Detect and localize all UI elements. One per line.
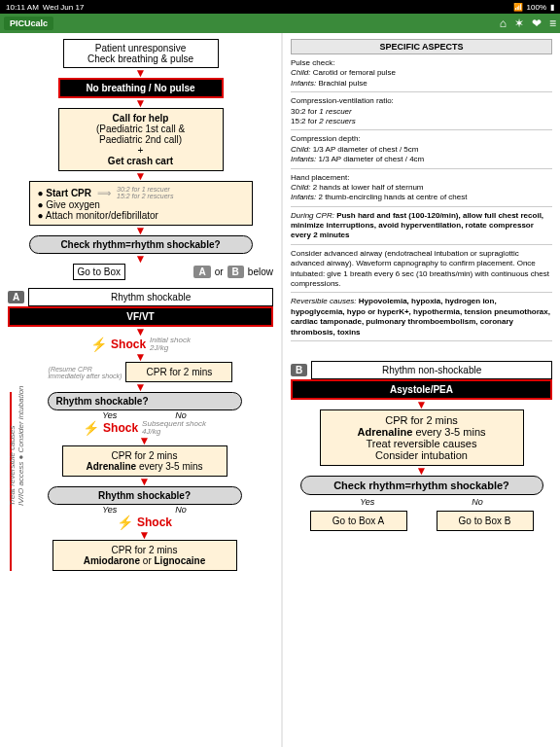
right-column: SPECIFIC ASPECTS Pulse check:Child: Caro… (283, 33, 560, 747)
b-check-rhythm: Check rhythm=rhythm shockable? (300, 476, 543, 495)
amiodarone: Amiodarone (84, 555, 140, 566)
shock-label-3: Shock (137, 516, 172, 529)
step-cpr: ● Start CPR ⟹ 30:2 for 1 rescuer 15:2 fo… (29, 181, 253, 226)
shock-label: Shock (111, 338, 146, 351)
below-label: below (248, 267, 273, 277)
cpr-amiodarone: CPR for 2 mins Amiodarone or Lignocaine (52, 540, 237, 571)
status-date: Wed Jun 17 (43, 3, 85, 12)
cpr-adrenaline: CPR for 2 mins Adrenaline every 3-5 mins (62, 445, 228, 477)
adr-timing: every 3-5 mins (136, 461, 202, 472)
step-call-help: Call for help (Paediatric 1st call & Pae… (58, 108, 224, 171)
bolt-icon: ⚡ (117, 515, 133, 530)
pulse-check: Pulse check: (291, 58, 334, 67)
arrow-down-icon: ▼ (8, 353, 273, 361)
bolt-icon: ⚡ (90, 337, 107, 352)
cpr2-label: CPR for 2 mins (112, 450, 178, 461)
no-2: No (175, 505, 187, 515)
bolt-icon: ⚡ (83, 420, 99, 436)
heart-icon[interactable]: ❤ (532, 17, 542, 30)
attach-monitor: Attach monitor/defibrillator (46, 210, 158, 221)
resume-note: (Resume CPR immediately after shock) (49, 366, 122, 379)
rhythm-shockable-2: Rhythm shockable? (48, 486, 242, 505)
box-a-title: Rhythm shockable (28, 288, 273, 306)
arrow-down-icon: ▼ (8, 383, 273, 391)
cpr-ratio: 30:2 for 1 rescuer 15:2 for 2 rescuers (117, 186, 173, 199)
b-reversible: Treat reversible causes (367, 438, 477, 449)
step-no-breathing: No breathing / No pulse (58, 78, 224, 98)
cpr-2min: CPR for 2 mins (125, 362, 232, 382)
arrow-down-icon: ▼ (8, 255, 273, 263)
cpr2-label-3: CPR for 2 mins (112, 545, 178, 555)
rhythm-shockable-1: Rhythm shockable? (48, 392, 242, 410)
adrenaline: Adrenaline (86, 461, 136, 472)
b-adrenaline: Adrenaline (357, 426, 412, 438)
during-cpr: During CPR: (291, 211, 334, 220)
rs-label: Rhythm shockable? (56, 396, 149, 407)
goto-box-a: Go to Box A (310, 511, 407, 531)
battery-icon: ▮ (550, 3, 554, 12)
box-a-tag: A (8, 291, 24, 303)
reversible: Reversible causes: (291, 297, 357, 305)
b-cpr2: CPR for 2 mins (385, 414, 458, 426)
arrow-down-icon: ▼ (8, 69, 273, 77)
home-icon[interactable]: ⌂ (500, 17, 507, 30)
yes-2: Yes (102, 505, 117, 515)
lignocaine: Lignocaine (155, 555, 206, 566)
crash-cart: Get crash cart (108, 156, 173, 166)
arrow-down-icon: ▼ (16, 531, 273, 539)
call-help-title: Call for help (113, 113, 169, 124)
or-label: or (215, 267, 224, 277)
main-content: Patient unresponsive Check breathing & p… (0, 33, 560, 747)
yes-1: Yes (102, 410, 117, 420)
wifi-icon: 📶 (513, 3, 523, 12)
arrow-down-icon: ▼ (16, 437, 273, 445)
arrow-down-icon: ▼ (8, 172, 273, 180)
arrow-down-icon: ▼ (8, 328, 273, 336)
asystole-pea: Asystole/PEA (291, 379, 552, 400)
give-oxygen: Give oxygen (46, 199, 100, 210)
status-time: 10:11 AM (6, 3, 39, 12)
tag-a: A (193, 266, 210, 278)
shock-label-2: Shock (103, 421, 138, 435)
comp-depth: Compression depth: (291, 134, 361, 143)
step-unresponsive: Patient unresponsive Check breathing & p… (63, 39, 219, 68)
b-intubation: Consider intubation (375, 449, 468, 461)
arrow-down-icon: ▼ (291, 401, 552, 409)
status-bar: 10:11 AMWed Jun 17 📶100%▮ (0, 0, 560, 14)
box-b-steps: CPR for 2 mins Adrenaline every 3-5 mins… (320, 409, 524, 466)
app-badge[interactable]: PICUcalc (4, 17, 53, 30)
hand-placement: Hand placement: (291, 173, 349, 182)
app-toolbar: PICUcalc ⌂ ✶ ❤ ≡ (0, 14, 560, 33)
arrow-down-icon: ▼ (291, 467, 552, 475)
flowchart-left: Patient unresponsive Check breathing & p… (0, 33, 281, 747)
advanced-airway: Consider advanced airway (endotracheal i… (291, 249, 552, 294)
battery-pct: 100% (527, 3, 546, 12)
subsequent-note: Subsequent shock 4J/kg (142, 420, 206, 436)
aspects-panel: Pulse check:Child: Carotid or femoral pu… (291, 58, 552, 341)
goto-box-b: Go to Box B (437, 511, 534, 531)
or-drug: or (140, 555, 154, 566)
start-cpr: Start CPR (46, 188, 91, 198)
goto-row: Go to Box A or B below (8, 264, 273, 280)
b-adr-timing: every 3-5 mins (412, 426, 485, 438)
goto-label: Go to Box (73, 264, 125, 280)
arrow-down-icon: ▼ (16, 478, 273, 485)
vf-vt: VF/VT (8, 306, 273, 327)
box-b-title: Rhythm non-shockable (311, 361, 552, 379)
arrow-down-icon: ▼ (8, 99, 273, 107)
box-b-section: B Rhythm non-shockable Asystole/PEA ▼ CP… (291, 361, 552, 531)
tag-b: B (228, 266, 244, 278)
b-yes: Yes (360, 497, 374, 507)
cv-ratio: Compression-ventilation ratio: (291, 96, 394, 105)
call-help-sub: (Paediatric 1st call & Paediatric 2nd ca… (96, 124, 185, 156)
b-no: No (472, 497, 483, 507)
arrow-down-icon: ▼ (8, 227, 273, 234)
aspects-title: SPECIFIC ASPECTS (291, 39, 552, 54)
box-b-tag: B (291, 364, 307, 376)
menu-icon[interactable]: ≡ (549, 17, 556, 30)
child-icon[interactable]: ✶ (514, 17, 524, 30)
vertical-note: Treat reversible causes IV/IO access ● C… (8, 385, 25, 506)
initial-shock-note: Initial shock 2J/kg (150, 337, 191, 352)
